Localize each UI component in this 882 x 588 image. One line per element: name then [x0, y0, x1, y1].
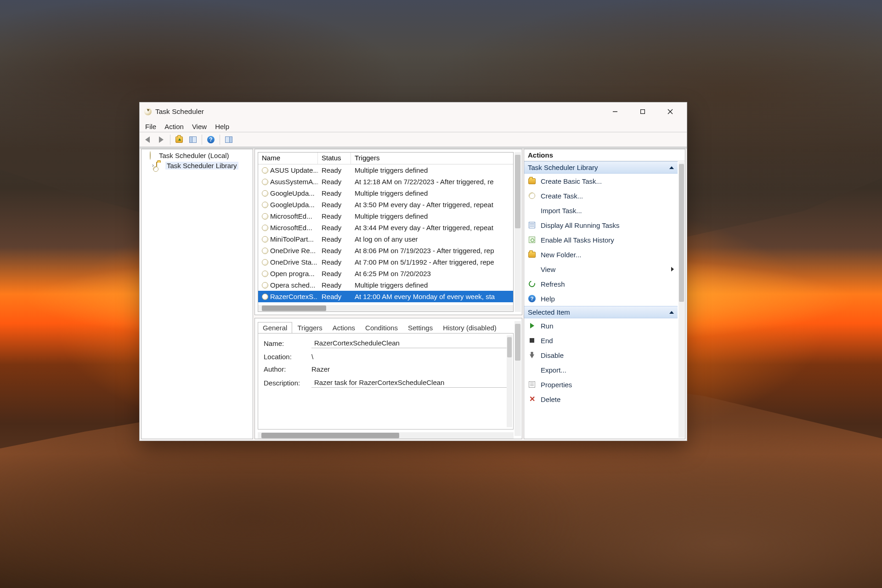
action-help[interactable]: ?Help [524, 291, 678, 306]
toolbar-back-button[interactable] [141, 134, 153, 146]
horizontal-scrollbar[interactable] [258, 305, 513, 311]
action-new-folder[interactable]: New Folder... [524, 247, 678, 262]
section-selected-item[interactable]: Selected Item [524, 306, 678, 318]
tab-history[interactable]: History (disabled) [438, 322, 502, 334]
folder-up-icon [175, 136, 183, 143]
column-triggers[interactable]: Triggers [351, 153, 513, 164]
action-disable[interactable]: Disable [524, 348, 678, 362]
table-row[interactable]: Open progra...ReadyAt 6:25 PM on 7/20/20… [258, 268, 513, 279]
table-row[interactable]: AsusSystemA...ReadyAt 12:18 AM on 7/22/2… [258, 176, 513, 187]
table-row[interactable]: RazerCortexS...ReadyAt 12:00 AM every Mo… [258, 291, 513, 302]
tab-triggers[interactable]: Triggers [292, 322, 327, 334]
task-status: Ready [318, 293, 351, 300]
action-run[interactable]: Run [524, 318, 678, 333]
toolbar-separator [170, 135, 170, 145]
list-icon [529, 222, 535, 228]
menu-view[interactable]: View [188, 122, 210, 131]
task-triggers: At log on of any user [351, 235, 513, 243]
task-name-field[interactable] [311, 338, 508, 348]
toolbar-pane-button[interactable] [187, 134, 199, 146]
task-triggers: Multiple triggers defined [351, 281, 513, 289]
tree-library[interactable]: Task Scheduler Library [141, 160, 253, 170]
action-display-running[interactable]: Display All Running Tasks [524, 218, 678, 232]
scrollbar-thumb[interactable] [679, 164, 684, 302]
task-name: MicrosoftEd... [270, 224, 312, 232]
help-icon: ? [528, 295, 536, 302]
scrollbar-thumb[interactable] [507, 337, 512, 357]
action-refresh[interactable]: Refresh [524, 277, 678, 291]
pane-icon [225, 136, 232, 143]
menu-file[interactable]: File [141, 122, 160, 131]
action-create-basic-task[interactable]: Create Basic Task... [524, 174, 678, 188]
table-row[interactable]: OneDrive Sta...ReadyAt 7:00 PM on 5/1/19… [258, 256, 513, 268]
svg-rect-0 [641, 110, 645, 114]
chevron-right-icon [671, 267, 674, 271]
action-import-task[interactable]: Import Task... [524, 203, 678, 218]
tab-general[interactable]: General [258, 322, 292, 334]
table-row[interactable]: GoogleUpda...ReadyAt 3:50 PM every day -… [258, 199, 513, 210]
scrollbar-thumb[interactable] [261, 433, 399, 438]
maximize-button[interactable] [629, 102, 656, 121]
task-status: Ready [318, 166, 351, 174]
scrollbar-thumb[interactable] [262, 305, 326, 311]
task-description-field[interactable] [311, 378, 508, 388]
table-row[interactable]: ASUS Update...ReadyMultiple triggers def… [258, 164, 513, 176]
task-status: Ready [318, 189, 351, 197]
toolbar-up-button[interactable] [173, 134, 185, 146]
action-end[interactable]: End [524, 333, 678, 348]
section-library[interactable]: Task Scheduler Library [524, 161, 678, 174]
column-name[interactable]: Name [258, 153, 318, 164]
action-properties[interactable]: Properties [524, 377, 678, 392]
vertical-scrollbar[interactable] [678, 162, 684, 438]
table-row[interactable]: Opera sched...ReadyMultiple triggers def… [258, 279, 513, 291]
vertical-scrollbar[interactable] [507, 335, 512, 427]
action-view-submenu[interactable]: View [524, 262, 678, 277]
menubar: File Action View Help [140, 121, 687, 132]
titlebar[interactable]: Task Scheduler [140, 102, 687, 121]
help-icon: ? [207, 136, 215, 143]
table-row[interactable]: MiniToolPart...ReadyAt log on of any use… [258, 233, 513, 245]
table-row[interactable]: MicrosoftEd...ReadyAt 3:44 PM every day … [258, 222, 513, 233]
tab-conditions[interactable]: Conditions [360, 322, 403, 334]
toolbar-separator [202, 135, 202, 145]
vertical-scrollbar[interactable] [514, 321, 521, 436]
task-status: Ready [318, 270, 351, 277]
folder-icon [528, 252, 536, 258]
table-row[interactable]: MicrosoftEd...ReadyMultiple triggers def… [258, 210, 513, 222]
center-pane: Name Status Triggers ASUS Update...Ready… [254, 149, 522, 439]
task-name: MiniToolPart... [270, 235, 314, 243]
label-description: Description: [264, 379, 311, 387]
action-export[interactable]: Export... [524, 362, 678, 377]
menu-help[interactable]: Help [211, 122, 233, 131]
table-row[interactable]: GoogleUpda...ReadyMultiple triggers defi… [258, 187, 513, 199]
caption-buttons [601, 102, 684, 121]
task-triggers: At 6:25 PM on 7/20/2023 [351, 270, 513, 277]
play-icon [530, 323, 534, 328]
tab-settings[interactable]: Settings [403, 322, 438, 334]
table-row[interactable]: OneDrive Re...ReadyAt 8:06 PM on 7/19/20… [258, 245, 513, 256]
close-button[interactable] [656, 102, 684, 121]
toolbar-separator [220, 135, 220, 145]
horizontal-scrollbar[interactable] [258, 432, 514, 439]
clock-icon [262, 271, 268, 277]
task-list[interactable]: Name Status Triggers ASUS Update...Ready… [258, 152, 514, 312]
action-delete[interactable]: ✕Delete [524, 392, 678, 407]
clock-icon [262, 294, 268, 300]
action-create-task[interactable]: Create Task... [524, 188, 678, 203]
scrollbar-thumb[interactable] [515, 324, 520, 361]
toolbar-forward-button[interactable] [155, 134, 167, 146]
action-enable-history[interactable]: Enable All Tasks History [524, 232, 678, 247]
toolbar: ? [140, 132, 687, 147]
scrollbar-thumb[interactable] [515, 155, 520, 228]
tree-root[interactable]: Task Scheduler (Local) [141, 150, 253, 160]
history-icon [529, 237, 535, 243]
toolbar-help-button[interactable]: ? [205, 134, 217, 146]
menu-action[interactable]: Action [161, 122, 187, 131]
toolbar-pane2-button[interactable] [223, 134, 235, 146]
column-status[interactable]: Status [318, 153, 351, 164]
minimize-button[interactable] [601, 102, 629, 121]
tab-actions[interactable]: Actions [328, 322, 360, 334]
task-name: Open progra... [270, 270, 315, 277]
vertical-scrollbar[interactable] [514, 152, 521, 312]
navigation-tree[interactable]: Task Scheduler (Local) Task Scheduler Li… [141, 149, 253, 439]
